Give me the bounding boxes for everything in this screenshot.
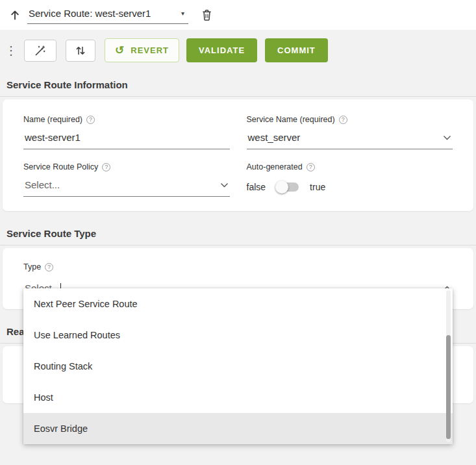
trash-icon[interactable] — [199, 6, 215, 23]
validate-button[interactable]: VALIDATE — [186, 38, 257, 62]
wand-button[interactable] — [24, 40, 56, 62]
scrollbar-thumb[interactable] — [446, 335, 451, 439]
type-label: Type ? — [23, 262, 453, 271]
kebab-menu-icon[interactable]: ⋮ — [5, 45, 17, 57]
service-route-policy-select[interactable]: Select... — [23, 177, 230, 197]
option-use-learned-routes[interactable]: Use Learned Routes — [23, 320, 453, 351]
auto-generated-label-text: Auto-generated — [247, 162, 303, 171]
up-arrow-icon[interactable] — [6, 6, 23, 23]
service-route-selector[interactable]: Service Route: west-server1 ▾ — [27, 6, 188, 24]
help-icon[interactable]: ? — [45, 263, 53, 271]
toggle-off-label: false — [247, 182, 266, 192]
name-label-text: Name (required) — [23, 115, 82, 124]
service-route-policy-placeholder: Select... — [25, 179, 60, 190]
type-options-dropdown: Next Peer Service Route Use Learned Rout… — [23, 288, 453, 444]
service-route-information-card: Name (required) ? west-server1 Service N… — [3, 99, 473, 211]
help-icon[interactable]: ? — [307, 163, 315, 171]
section-title-service-route-information: Service Route Information — [0, 79, 476, 97]
service-name-field: Service Name (required) ? west_server — [247, 115, 453, 149]
service-route-policy-label: Service Route Policy ? — [23, 162, 230, 171]
action-toolbar: ⋮ ↺ REVERT VALIDATE COMMIT — [0, 38, 476, 62]
sort-button[interactable] — [66, 40, 95, 62]
chevron-down-icon — [443, 135, 451, 140]
service-name-label-text: Service Name (required) — [247, 115, 335, 124]
commit-button[interactable]: COMMIT — [265, 38, 328, 62]
name-input[interactable]: west-server1 — [23, 130, 230, 149]
type-options-list: Next Peer Service Route Use Learned Rout… — [23, 288, 453, 444]
help-icon[interactable]: ? — [339, 116, 347, 124]
type-label-text: Type — [23, 262, 41, 271]
service-name-label: Service Name (required) ? — [247, 115, 453, 124]
auto-generated-toggle[interactable] — [277, 182, 299, 192]
option-host[interactable]: Host — [23, 382, 453, 413]
option-routing-stack[interactable]: Routing Stack — [23, 351, 453, 382]
name-field: Name (required) ? west-server1 — [23, 115, 230, 149]
service-route-policy-field: Service Route Policy ? Select... — [23, 162, 230, 197]
toggle-on-label: true — [310, 182, 325, 192]
revert-label: REVERT — [131, 45, 169, 55]
service-name-value: west_server — [248, 132, 301, 143]
toggle-knob — [275, 181, 288, 194]
service-route-policy-label-text: Service Route Policy — [23, 162, 98, 171]
revert-icon: ↺ — [115, 45, 125, 56]
auto-generated-toggle-row: false true — [247, 177, 453, 192]
help-icon[interactable]: ? — [86, 116, 95, 124]
option-next-peer-service-route[interactable]: Next Peer Service Route — [23, 288, 453, 320]
auto-generated-label: Auto-generated ? — [247, 162, 453, 171]
help-icon[interactable]: ? — [102, 163, 110, 171]
wand-icon — [34, 44, 47, 57]
option-eosvr-bridge[interactable]: Eosvr Bridge — [23, 413, 453, 444]
name-value: west-server1 — [25, 132, 81, 143]
auto-generated-field: Auto-generated ? false true — [247, 162, 453, 197]
top-bar: Service Route: west-server1 ▾ — [0, 0, 476, 30]
name-label: Name (required) ? — [23, 115, 230, 124]
service-route-selector-label: Service Route: west-server1 — [29, 8, 151, 19]
chevron-down-icon: ▾ — [181, 10, 184, 17]
sort-arrows-icon — [75, 45, 86, 57]
service-name-select[interactable]: west_server — [247, 130, 453, 149]
section-title-service-route-type: Service Route Type — [0, 228, 476, 245]
chevron-down-icon — [220, 182, 229, 188]
revert-button[interactable]: ↺ REVERT — [105, 38, 179, 62]
